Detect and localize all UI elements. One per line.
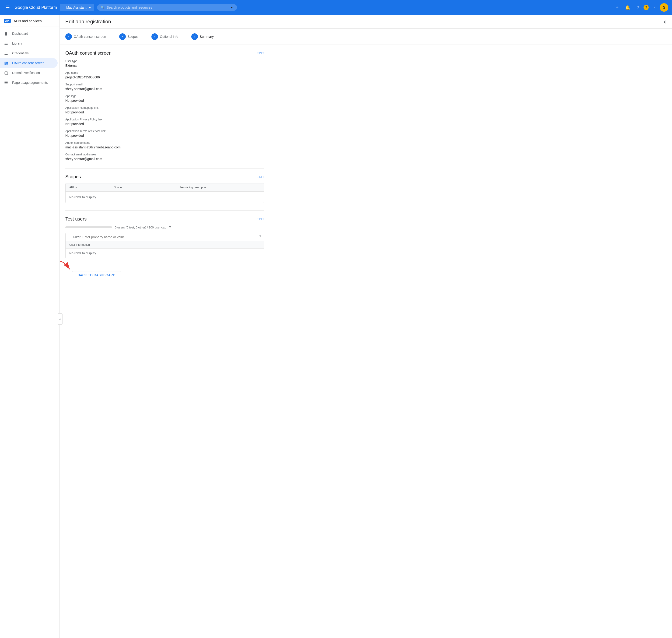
info-value-app-logo: Not provided <box>65 99 264 102</box>
info-row-contact-email: Contact email addresses shrey.samrat@gma… <box>65 153 264 161</box>
scopes-section: Scopes EDIT API ▲ Scope User-facing desc… <box>65 174 264 203</box>
user-avatar[interactable]: S <box>660 3 668 12</box>
oauth-section-header: OAuth consent screen EDIT <box>65 50 264 56</box>
filter-input[interactable] <box>82 235 257 239</box>
search-bar[interactable]: 🔍 ▼ <box>97 4 237 11</box>
sidebar-item-page-usage[interactable]: ☰ Page usage agreements <box>0 78 57 87</box>
sidebar-item-label-library: Library <box>12 41 22 45</box>
oauth-consent-section: OAuth consent screen EDIT User type Exte… <box>65 50 264 161</box>
page-title: Edit app registration <box>65 19 111 25</box>
user-cap-help-icon[interactable]: ? <box>169 225 171 229</box>
filter-label: Filter <box>73 235 81 239</box>
step-circle-3: ✓ <box>151 33 158 40</box>
info-value-domains: mac-assistant-a56c7.firebaseapp.com <box>65 145 264 149</box>
apps-icon[interactable]: ⧧ <box>613 3 622 12</box>
collapse-icon: ◂| <box>59 317 61 321</box>
filter-row[interactable]: ☰ Filter ? <box>65 233 264 241</box>
info-row-terms: Application Terms of Service link Not pr… <box>65 130 264 137</box>
back-to-dashboard-button[interactable]: BACK TO DASHBOARD <box>72 271 121 279</box>
step-circle-4: 4 <box>191 33 198 40</box>
oauth-icon: ▩ <box>4 61 9 66</box>
search-input[interactable] <box>107 5 228 9</box>
step-label-4: Summary <box>200 35 214 38</box>
sidebar-item-label-page-usage: Page usage agreements <box>12 81 48 84</box>
step-optional-info[interactable]: ✓ Optional info <box>151 33 178 40</box>
info-label-contact-email: Contact email addresses <box>65 153 264 156</box>
step-summary[interactable]: 4 Summary <box>191 33 214 40</box>
scopes-table-header: API ▲ Scope User-facing description <box>66 183 264 191</box>
api-badge: API <box>4 19 11 23</box>
main-content: Edit app registration ◂| ✓ OAuth consent… <box>60 15 672 638</box>
info-value-contact-email: shrey.samrat@gmail.com <box>65 157 264 161</box>
info-label-privacy: Application Privacy Policy link <box>65 118 264 121</box>
scopes-edit-link[interactable]: EDIT <box>257 175 264 179</box>
step-circle-2: ✓ <box>119 33 126 40</box>
domain-icon: ▢ <box>4 70 9 75</box>
info-value-support-email: shrey.samrat@gmail.com <box>65 87 264 91</box>
sidebar-item-domain[interactable]: ▢ Domain verification <box>0 68 57 78</box>
step-label-2: Scopes <box>128 35 139 38</box>
content-body: OAuth consent screen EDIT User type Exte… <box>60 45 270 290</box>
page-usage-icon: ☰ <box>4 80 9 85</box>
info-row-app-name: App name project-1026435958686 <box>65 71 264 79</box>
col-scope: Scope <box>114 186 175 189</box>
step-label-3: Optional info <box>160 35 178 38</box>
scopes-empty-message: No rows to display <box>66 191 264 203</box>
project-name: Mac Assistant <box>66 5 86 9</box>
info-label-homepage: Application Homepage link <box>65 106 264 110</box>
test-users-section: Test users EDIT 0 users (0 test, 0 other… <box>65 216 264 258</box>
app-logo: Google Cloud Platform <box>15 5 57 10</box>
sidebar-title: APIs and services <box>14 19 41 23</box>
info-label-domains: Authorised domains <box>65 141 264 145</box>
info-value-privacy: Not provided <box>65 122 264 126</box>
page-header: Edit app registration ◂| <box>60 15 672 29</box>
step-oauth-consent[interactable]: ✓ OAuth consent screen <box>65 33 106 40</box>
step-label-1: OAuth consent screen <box>74 35 106 38</box>
project-selector[interactable]: ⎯ Mac Assistant ▼ <box>60 4 94 11</box>
hamburger-menu-icon[interactable]: ☰ <box>4 3 12 12</box>
info-value-terms: Not provided <box>65 134 264 137</box>
step-circle-1: ✓ <box>65 33 72 40</box>
scopes-table: API ▲ Scope User-facing description No r… <box>65 183 264 203</box>
search-icon: 🔍 <box>101 5 105 9</box>
stepper: ✓ OAuth consent screen ✓ Scopes ✓ Option… <box>60 29 672 45</box>
search-expand-icon: ▼ <box>230 5 233 9</box>
info-label-user-type: User type <box>65 60 264 63</box>
sidebar-item-label-domain: Domain verification <box>12 71 40 75</box>
more-options-icon[interactable]: ⋮ <box>650 3 659 12</box>
filter-help-icon[interactable]: ? <box>259 235 261 239</box>
oauth-edit-link[interactable]: EDIT <box>257 51 264 55</box>
user-cap-bar: 0 users (0 test, 0 other) / 100 user cap… <box>65 225 264 229</box>
arrow-annotation <box>57 259 75 273</box>
info-row-user-type: User type External <box>65 60 264 67</box>
step-scopes[interactable]: ✓ Scopes <box>119 33 139 40</box>
info-value-app-name: project-1026435958686 <box>65 75 264 79</box>
notifications-icon[interactable]: 🔔 <box>623 3 632 12</box>
sort-icon[interactable]: ▲ <box>75 186 78 189</box>
notification-count-badge[interactable]: 2 <box>643 5 649 10</box>
top-navigation: ☰ Google Cloud Platform ⎯ Mac Assistant … <box>0 0 672 15</box>
chevron-down-icon: ▼ <box>88 5 91 9</box>
col-api: API ▲ <box>69 186 110 189</box>
collapse-sidebar-button[interactable]: ◂| <box>58 314 63 324</box>
sidebar-item-label-oauth: OAuth consent screen <box>12 61 45 65</box>
help-icon[interactable]: ? <box>633 3 643 12</box>
sidebar-item-library[interactable]: ☲ Library <box>0 38 57 48</box>
info-label-app-name: App name <box>65 71 264 74</box>
sidebar-item-dashboard[interactable]: ▮ Dashboard <box>0 29 57 38</box>
sidebar-item-oauth[interactable]: ▩ OAuth consent screen <box>0 58 57 68</box>
info-row-app-logo: App logo Not provided <box>65 95 264 102</box>
info-row-homepage: Application Homepage link Not provided <box>65 106 264 114</box>
info-label-app-logo: App logo <box>65 95 264 98</box>
info-label-support-email: Support email <box>65 83 264 86</box>
sidebar-item-credentials[interactable]: ⚌ Credentials <box>0 48 57 58</box>
sidebar-item-label-dashboard: Dashboard <box>12 32 28 35</box>
info-row-privacy: Application Privacy Policy link Not prov… <box>65 118 264 126</box>
info-value-user-type: External <box>65 64 264 67</box>
app-layout: API APIs and services ▮ Dashboard ☲ Libr… <box>0 15 672 638</box>
collapse-panel-icon[interactable]: ◂| <box>663 19 667 24</box>
nav-icons: ⧧ 🔔 ? 2 ⋮ S <box>613 3 668 12</box>
test-users-edit-link[interactable]: EDIT <box>257 217 264 221</box>
info-row-support-email: Support email shrey.samrat@gmail.com <box>65 83 264 91</box>
user-info-header: User information <box>65 241 264 249</box>
